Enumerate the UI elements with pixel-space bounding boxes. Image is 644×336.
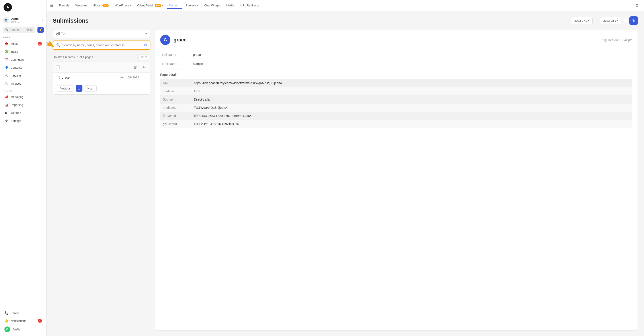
sidebar-item-label: Tasks (11, 50, 18, 53)
blogs-new-badge: New (102, 4, 109, 7)
nav-forms[interactable]: Forms ▾ (167, 2, 182, 9)
profile-item[interactable]: G Profile (1, 325, 45, 334)
sidebar-search-row: 🔍 Search ⌘ K ⚡ (0, 25, 46, 34)
search-box[interactable]: 🔍 ⧉ (53, 40, 150, 50)
logo-avatar: A (4, 3, 12, 11)
detail-value: GA1.2.1213415616.1692153076 (191, 120, 632, 128)
user-name: Demo (11, 17, 40, 20)
row-more-icon[interactable]: ⋮ (144, 75, 147, 79)
page-detail-table: URL https://link.goacquirely.com/widget/… (160, 79, 632, 128)
select-all-checkbox[interactable] (56, 65, 60, 69)
youtube-item[interactable]: ▶ Youtube (1, 109, 45, 116)
nav-media[interactable]: Media (224, 2, 237, 8)
inbox-item[interactable]: 📥 Inbox 1 (1, 40, 45, 47)
tools-section-label: Tools (0, 87, 46, 93)
detail-label: Source (160, 95, 191, 104)
settings-icon: ⚙ (4, 119, 8, 123)
left-panel: All Form ▾ (53, 29, 150, 331)
detail-row-url: URL https://link.goacquirely.com/widget/… (160, 79, 632, 87)
date-to-input[interactable]: 2023-08-17 (600, 17, 622, 24)
settings-gear-icon[interactable]: ⚙ (633, 2, 640, 9)
sidebar-item-label: Notifications (11, 319, 26, 323)
search-icon: 🔍 (56, 43, 60, 47)
detail-value: Direct traffic (191, 95, 632, 104)
page-number[interactable]: 1 (76, 85, 82, 92)
sidebar-user[interactable]: 👤 Demo Irvine, CA ▾ (0, 15, 46, 25)
notifications-item[interactable]: 🔔 Notifications 4 (1, 317, 45, 325)
detail-label: Full Name (160, 50, 191, 59)
submissions-table: 🗑 ⬇ grace Aug 16th 2023 ⋮ Previous 1 (53, 61, 150, 95)
invoices-item[interactable]: 🧾 Invoices (1, 80, 45, 87)
pipeline-item[interactable]: 🔧 Pipeline (1, 72, 45, 79)
next-button[interactable]: Next (84, 85, 97, 92)
phone-item[interactable]: 📞 Phone (1, 309, 45, 317)
client-portal-new-badge: New (155, 4, 161, 7)
flash-button[interactable]: ⚡ (38, 27, 44, 33)
nav-client-portal[interactable]: Client Portal New ▾ (135, 2, 166, 8)
sidebar: A 👤 Demo Irvine, CA ▾ 🔍 Search ⌘ K ⚡ App… (0, 0, 46, 336)
form-select-label: All Form (56, 32, 68, 35)
page-title: Submissions (53, 17, 89, 24)
search-annotation-wrapper: 🔍 ⧉ (53, 40, 150, 50)
chevron-down-icon: ▾ (197, 4, 198, 7)
reporting-item[interactable]: 📊 Reporting (1, 101, 45, 108)
detail-row-mediumid: mediumId Tc31WqaAjrDqBI2jeqhA (160, 104, 632, 112)
contacts-item[interactable]: 👤 Contacts (1, 64, 45, 71)
refresh-button[interactable]: ↻ (629, 16, 638, 25)
prev-button[interactable]: Previous (56, 85, 74, 92)
search-input[interactable] (62, 43, 142, 47)
nav-websites[interactable]: Websites (73, 2, 90, 8)
notifications-icon: 🔔 (4, 319, 8, 323)
contact-name: grace (174, 37, 186, 43)
sidebar-item-label: Phone (11, 312, 19, 315)
calendars-item[interactable]: 📅 Calendars (1, 56, 45, 63)
detail-row-medium: medium form (160, 87, 632, 95)
page-header: Submissions 2023-07-17 → 2023-08-17 ↻ (53, 16, 638, 25)
contact-icon: 👤 (4, 65, 8, 69)
nav-funnels[interactable]: Funnels (56, 2, 72, 8)
delete-button[interactable]: 🗑 (132, 64, 138, 70)
sidebar-item-label: Profile (12, 328, 20, 331)
nav-surveys[interactable]: Surveys ▾ (183, 2, 201, 8)
youtube-icon: ▶ (4, 111, 8, 115)
calendar-icon: 📅 (4, 58, 8, 61)
sidebar-item-label: Calendars (11, 58, 24, 61)
detail-label: gaClientId (160, 120, 191, 128)
top-nav: ☰ Funnels Websites Blogs New WordPress ▾… (46, 0, 644, 11)
contact-left: G grace (160, 35, 186, 45)
sidebar-item-label: Marketing (11, 95, 23, 99)
detail-row-fbeventid: fbEventId bfd714a4-9584-4d29-8d07-ef5e68… (160, 112, 632, 120)
user-info: Demo Irvine, CA (11, 17, 40, 23)
detail-row-fullname: Full Name grace (160, 50, 632, 59)
nav-url-redirects[interactable]: URL Redirects (238, 2, 262, 8)
settings-item[interactable]: ⚙ Settings (1, 117, 45, 124)
table-actions: 🗑 ⬇ (132, 64, 147, 70)
date-checkbox[interactable] (624, 19, 627, 22)
marketing-item[interactable]: 📣 Marketing (1, 93, 45, 101)
detail-table: Full Name grace First Name sample (160, 50, 632, 68)
download-button[interactable]: ⬇ (141, 64, 147, 70)
contact-avatar: G (160, 35, 170, 45)
page-detail-title: Page detail (160, 73, 632, 76)
tasks-item[interactable]: ✅ Tasks (1, 48, 45, 55)
date-range: 2023-07-17 → 2023-08-17 ↻ (571, 16, 638, 25)
detail-value: sample (191, 59, 632, 68)
main-layout: All Form ▾ (53, 29, 638, 331)
sidebar-item-label: Inbox (11, 42, 18, 45)
table-row[interactable]: grace Aug 16th 2023 ⋮ (53, 73, 150, 82)
row-checkbox[interactable] (56, 76, 60, 79)
table-header: 🗑 ⬇ (53, 62, 150, 73)
reporting-icon: 📊 (4, 103, 8, 107)
search-button[interactable]: 🔍 Search ⌘ K (3, 26, 35, 33)
search-shortcut: ⌘ K (26, 28, 33, 31)
tasks-icon: ✅ (4, 50, 8, 54)
per-page-select[interactable]: 10 ▾ (138, 54, 149, 60)
nav-chat-widget[interactable]: Chat Widget (202, 2, 223, 8)
nav-blogs[interactable]: Blogs New (91, 2, 111, 8)
menu-icon[interactable]: ☰ (50, 3, 54, 8)
detail-row-source: Source Direct traffic (160, 95, 632, 104)
date-from-input[interactable]: 2023-07-17 (571, 17, 592, 24)
form-select[interactable]: All Form ▾ (53, 29, 150, 38)
nav-wordpress[interactable]: WordPress ▾ (112, 2, 134, 8)
filter-icon[interactable]: ⧉ (144, 43, 147, 47)
